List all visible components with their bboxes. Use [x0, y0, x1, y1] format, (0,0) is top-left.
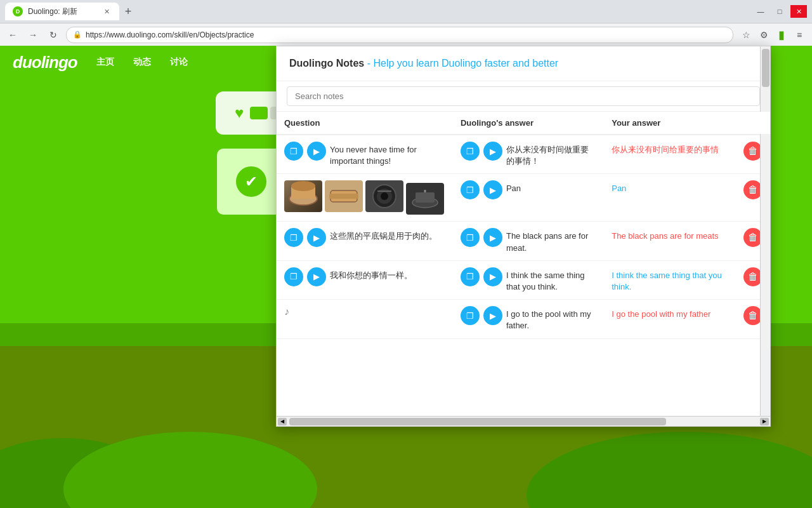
- bookmark-icon[interactable]: ☆: [738, 27, 754, 43]
- sound-button-1[interactable]: ▶: [307, 142, 326, 161]
- copy-button-3[interactable]: ❐: [284, 228, 303, 247]
- your-answer-text-5: I go the pool with my father: [612, 306, 728, 320]
- your-answer-cell-5: I go the pool with my father: [604, 300, 736, 338]
- duo-sound-button-5[interactable]: ▶: [483, 306, 502, 325]
- your-answer-text-1: 你从来没有时间给重要的事情: [612, 142, 728, 156]
- duo-answer-cell-2: ❐ ▶ Pan: [453, 174, 604, 222]
- svg-rect-9: [416, 192, 435, 203]
- notes-panel-subtitle: - Help you learn Duolingo faster and bet…: [364, 58, 558, 69]
- svg-point-7: [381, 192, 388, 200]
- forward-button[interactable]: →: [25, 27, 41, 43]
- notes-table-container: Question Duolingo's answer Your answer ❐: [277, 112, 770, 416]
- duo-answer-text-3: The black pans are for meat.: [506, 228, 596, 253]
- question-cell-3: ❐ ▶ 这些黑的平底锅是用于肉的。: [277, 222, 453, 260]
- back-button[interactable]: ←: [5, 27, 20, 43]
- table-row: ❐ ▶ 我和你想的事情一样。 ❐ ▶ I think the same thin…: [277, 260, 770, 299]
- chrome-addressbar: ← → ↻ 🔒 https://www.duolingo.com/skill/e…: [0, 23, 812, 46]
- h-scroll-right-arrow[interactable]: ▶: [760, 418, 769, 425]
- reload-button[interactable]: ↻: [46, 27, 61, 43]
- menu-icon[interactable]: ≡: [792, 27, 807, 43]
- favicon: D: [13, 6, 23, 17]
- col-header-question: Question: [277, 112, 453, 135]
- ssl-icon: 🔒: [73, 30, 82, 39]
- duo-sound-button-2[interactable]: ▶: [483, 180, 502, 199]
- close-tab-button[interactable]: ✕: [102, 6, 112, 17]
- main-content: duolingo 主页 动态 讨论 ♥: [0, 46, 812, 508]
- duo-sound-button-1[interactable]: ▶: [483, 142, 502, 161]
- scrollbar-thumb[interactable]: [762, 49, 769, 87]
- tab-title: Duolingo: 刷新: [28, 6, 77, 17]
- notes-panel: Duolingo Notes - Help you learn Duolingo…: [276, 46, 771, 427]
- question-cell-4: ❐ ▶ 我和你想的事情一样。: [277, 260, 453, 299]
- duo-copy-button-2[interactable]: ❐: [461, 180, 480, 199]
- nav-discuss[interactable]: 讨论: [170, 54, 188, 70]
- svg-rect-4: [329, 194, 358, 199]
- new-tab-button[interactable]: +: [119, 3, 137, 20]
- col-header-duolingo: Duolingo's answer: [453, 112, 604, 135]
- your-answer-cell-1: 你从来没有时间给重要的事情: [604, 135, 736, 174]
- address-bar[interactable]: 🔒 https://www.duolingo.com/skill/en/Obje…: [66, 27, 733, 43]
- duo-sound-button-4[interactable]: ▶: [483, 267, 502, 286]
- question-cell-1: ❐ ▶ You never have time for important th…: [277, 135, 453, 174]
- extensions-icon[interactable]: ▮: [774, 27, 789, 43]
- h-scroll-thumb[interactable]: [289, 418, 666, 425]
- settings-icon[interactable]: ⚙: [756, 27, 771, 43]
- notes-search-container: [277, 81, 770, 112]
- duo-sound-button-3[interactable]: ▶: [483, 228, 502, 247]
- duo-answer-text-4: I think the same thing that you think.: [506, 267, 596, 293]
- toolbar-icons: ☆ ⚙ ▮ ≡: [738, 27, 807, 43]
- h-scroll-track: [288, 418, 759, 425]
- your-answer-cell-2: Pan: [604, 174, 736, 222]
- horizontal-scrollbar[interactable]: ◀ ▶: [277, 416, 770, 426]
- table-header-row: Question Duolingo's answer Your answer: [277, 112, 770, 135]
- maximize-button[interactable]: □: [771, 5, 788, 18]
- question-cell-5: ♪: [277, 300, 453, 338]
- question-cell-2: [277, 174, 453, 222]
- notes-panel-header: Duolingo Notes - Help you learn Duolingo…: [277, 46, 770, 81]
- chrome-frame: D Duolingo: 刷新 ✕ + — □ ✕ ← → ↻ 🔒 https:/…: [0, 0, 812, 46]
- question-text-1: You never have time for important things…: [330, 142, 445, 167]
- sound-button-3[interactable]: ▶: [307, 228, 326, 247]
- chrome-titlebar: D Duolingo: 刷新 ✕ + — □ ✕: [0, 0, 812, 23]
- your-answer-text-2: Pan: [612, 180, 728, 194]
- duo-answer-cell-5: ❐ ▶ I go to the pool with my father.: [453, 300, 604, 338]
- duolingo-logo: duolingo: [13, 52, 77, 72]
- svg-point-2: [291, 181, 315, 191]
- table-row: ❐ ▶ 这些黑的平底锅是用于肉的。 ❐ ▶ The black pans are…: [277, 222, 770, 260]
- your-answer-text-3: The black pans are for meats: [612, 228, 728, 242]
- duo-answer-cell-1: ❐ ▶ 你从来没有时间做重要的事情！: [453, 135, 604, 174]
- question-text-3: 这些黑的平底锅是用于肉的。: [330, 228, 437, 242]
- copy-button-1[interactable]: ❐: [284, 142, 303, 161]
- correct-checkmark-icon: ✔: [236, 166, 266, 197]
- nav-home[interactable]: 主页: [96, 54, 114, 70]
- table-row: ♪ ❐ ▶ I go to the pool with my father.: [277, 300, 770, 338]
- close-button[interactable]: ✕: [790, 5, 807, 18]
- table-row: ❐ ▶ You never have time for important th…: [277, 135, 770, 174]
- table-row: ❐ ▶ Pan Pan 🗑: [277, 174, 770, 222]
- duo-answer-text-2: Pan: [506, 180, 521, 194]
- heart-icon: ♥: [235, 104, 244, 122]
- url-text: https://www.duolingo.com/skill/en/Object…: [86, 30, 254, 39]
- notes-overlay: Duolingo Notes - Help you learn Duolingo…: [276, 46, 783, 508]
- duo-copy-button-3[interactable]: ❐: [461, 228, 480, 247]
- image-2: [325, 180, 363, 212]
- browser-tab[interactable]: D Duolingo: 刷新 ✕: [5, 3, 119, 20]
- duo-copy-button-1[interactable]: ❐: [461, 142, 480, 161]
- window-controls: — □ ✕: [752, 5, 807, 18]
- duo-answer-text-1: 你从来没有时间做重要的事情！: [506, 142, 596, 167]
- question-image-grid: [284, 180, 445, 215]
- copy-button-4[interactable]: ❐: [284, 267, 303, 286]
- col-header-delete: [736, 112, 770, 135]
- duo-copy-button-4[interactable]: ❐: [461, 267, 480, 286]
- your-answer-cell-3: The black pans are for meats: [604, 222, 736, 260]
- nav-activity[interactable]: 动态: [133, 54, 151, 70]
- col-header-your: Your answer: [604, 112, 736, 135]
- notes-search-input[interactable]: [287, 86, 760, 106]
- h-scroll-left-arrow[interactable]: ◀: [278, 418, 287, 425]
- minimize-button[interactable]: —: [752, 5, 769, 18]
- sound-button-4[interactable]: ▶: [307, 267, 326, 286]
- musical-note-icon: ♪: [284, 306, 289, 317]
- vertical-scrollbar[interactable]: [760, 46, 770, 426]
- duo-copy-button-5[interactable]: ❐: [461, 306, 480, 325]
- your-answer-cell-4: I think the same thing that you think.: [604, 260, 736, 299]
